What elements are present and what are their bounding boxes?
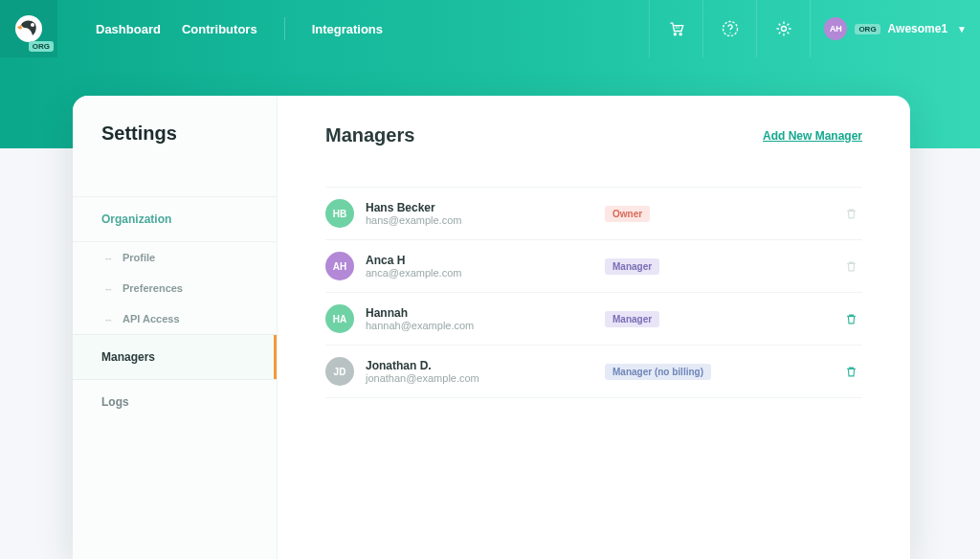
settings-sidebar: Settings Organization Profile Preference… bbox=[73, 96, 278, 559]
svg-point-1 bbox=[31, 23, 34, 27]
manager-avatar: HA bbox=[325, 304, 354, 333]
manager-info: Hans Beckerhans@example.com bbox=[366, 201, 595, 226]
nav-contributors[interactable]: Contributors bbox=[182, 22, 257, 36]
manager-name: Jonathan D. bbox=[366, 359, 595, 372]
manager-row: HAHannahhannah@example.comManager bbox=[325, 293, 862, 346]
cart-icon: 10 bbox=[667, 19, 686, 38]
delete-manager-button[interactable] bbox=[839, 307, 862, 330]
svg-point-7 bbox=[781, 27, 786, 32]
manager-info: Anca Hanca@example.com bbox=[366, 254, 595, 279]
manager-name: Hans Becker bbox=[366, 201, 595, 214]
manager-row: JDJonathan D.jonathan@example.comManager… bbox=[325, 346, 862, 398]
trash-icon bbox=[844, 259, 858, 274]
main-panel: Managers Add New Manager HBHans Beckerha… bbox=[278, 96, 910, 559]
sidebar-item-profile[interactable]: Profile bbox=[73, 242, 277, 273]
manager-role-badge: Manager (no billing) bbox=[605, 364, 711, 380]
sidebar-title: Settings bbox=[73, 123, 277, 173]
delete-manager-button[interactable] bbox=[839, 360, 862, 383]
help-icon bbox=[721, 19, 740, 38]
manager-row: HBHans Beckerhans@example.comOwner bbox=[325, 188, 862, 240]
manager-role-badge: Manager bbox=[605, 258, 659, 275]
sidebar-item-organization[interactable]: Organization bbox=[73, 196, 277, 242]
trash-icon bbox=[844, 207, 858, 221]
manager-info: Hannahhannah@example.com bbox=[366, 306, 595, 331]
manager-avatar: AH bbox=[325, 252, 354, 280]
sidebar-item-api-access[interactable]: API Access bbox=[73, 303, 277, 334]
sidebar-item-managers[interactable]: Managers bbox=[73, 334, 277, 380]
delete-manager-button bbox=[839, 255, 862, 278]
chevron-down-icon: ▼ bbox=[957, 24, 967, 34]
manager-info: Jonathan D.jonathan@example.com bbox=[366, 359, 595, 384]
settings-button[interactable] bbox=[756, 0, 810, 57]
manager-avatar: HB bbox=[325, 199, 354, 228]
cart-button[interactable]: 10 bbox=[649, 0, 702, 57]
manager-avatar: JD bbox=[325, 357, 354, 386]
delete-manager-button bbox=[839, 202, 862, 225]
gear-icon bbox=[774, 19, 793, 38]
manager-email: hannah@example.com bbox=[366, 320, 595, 331]
svg-point-6 bbox=[729, 33, 730, 34]
add-new-manager-link[interactable]: Add New Manager bbox=[763, 129, 862, 143]
manager-list: HBHans Beckerhans@example.comOwnerAHAnca… bbox=[325, 187, 862, 398]
manager-email: jonathan@example.com bbox=[366, 372, 595, 384]
manager-email: hans@example.com bbox=[366, 214, 595, 226]
user-avatar: AH bbox=[824, 17, 847, 40]
user-menu[interactable]: AH ORG Awesome1 ▼ bbox=[810, 0, 980, 57]
page-title: Managers bbox=[325, 124, 414, 146]
manager-role-badge: Owner bbox=[605, 206, 650, 222]
trash-icon bbox=[844, 312, 858, 326]
svg-point-2 bbox=[674, 34, 676, 35]
brand-logo[interactable]: ORG bbox=[0, 0, 57, 57]
top-nav: Dashboard Contributors Integrations bbox=[57, 17, 383, 40]
trash-icon bbox=[844, 365, 858, 379]
manager-email: anca@example.com bbox=[366, 267, 595, 279]
manager-row: AHAnca Hanca@example.comManager bbox=[325, 240, 862, 293]
parrot-icon bbox=[13, 13, 44, 44]
svg-text:10: 10 bbox=[675, 25, 679, 30]
sidebar-item-logs[interactable]: Logs bbox=[73, 380, 277, 424]
user-name: Awesome1 bbox=[888, 22, 947, 35]
manager-name: Anca H bbox=[366, 254, 595, 267]
manager-name: Hannah bbox=[366, 306, 595, 320]
nav-integrations[interactable]: Integrations bbox=[312, 22, 383, 36]
svg-point-3 bbox=[679, 34, 681, 35]
settings-card: Settings Organization Profile Preference… bbox=[73, 96, 910, 559]
nav-separator bbox=[284, 17, 285, 40]
user-badge: ORG bbox=[855, 24, 880, 34]
brand-badge: ORG bbox=[29, 41, 54, 52]
help-button[interactable] bbox=[702, 0, 756, 57]
manager-role-badge: Manager bbox=[605, 311, 659, 327]
sidebar-item-preferences[interactable]: Preferences bbox=[73, 273, 277, 303]
nav-dashboard[interactable]: Dashboard bbox=[96, 22, 161, 36]
